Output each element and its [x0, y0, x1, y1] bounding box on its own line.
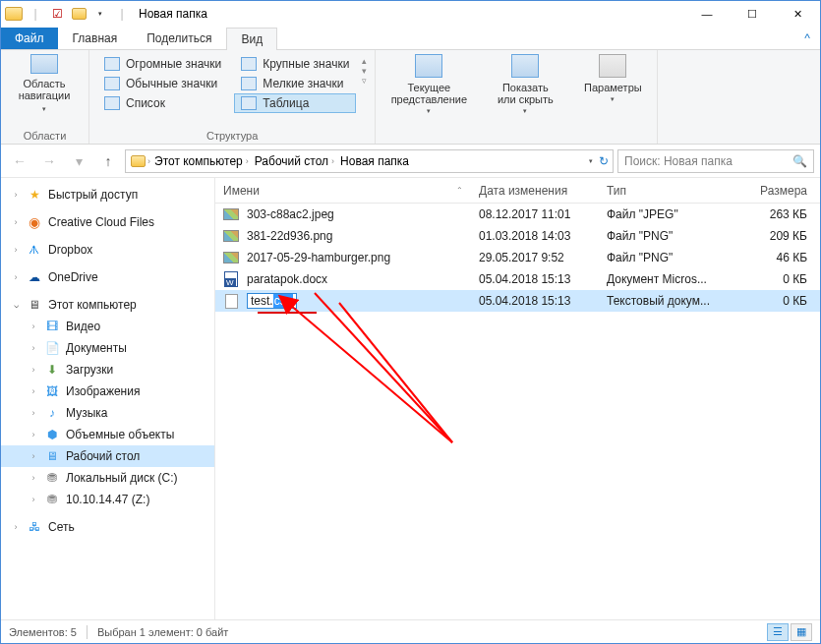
- layout-list-label: Список: [126, 96, 165, 110]
- tree-pictures[interactable]: ›🖼Изображения: [1, 381, 214, 402]
- current-view-icon: [415, 54, 442, 78]
- creative-cloud-icon: ◉: [27, 214, 42, 230]
- file-row[interactable]: 381-22d936.png01.03.2018 14:03Файл "PNG"…: [215, 225, 820, 247]
- tree-network[interactable]: ›🖧Сеть: [1, 516, 214, 538]
- chevron-down-icon: ▾: [427, 107, 431, 115]
- thumbnails-view-toggle[interactable]: ▦: [791, 623, 812, 641]
- address-dropdown-icon[interactable]: ▾: [589, 157, 593, 165]
- scroll-up-icon[interactable]: ▴: [362, 56, 367, 66]
- tab-view[interactable]: Вид: [226, 28, 277, 50]
- tree-documents[interactable]: ›📄Документы: [1, 337, 214, 359]
- list-icon: [104, 96, 120, 110]
- maximize-button[interactable]: ☐: [730, 1, 775, 27]
- file-tab[interactable]: Файл: [1, 28, 58, 49]
- annotation-underline: [258, 312, 317, 314]
- layout-large[interactable]: Крупные значки: [234, 54, 356, 74]
- col-date[interactable]: Дата изменения: [471, 184, 599, 198]
- titlebar: | ☑ ▾ | Новая папка — ☐ ✕: [1, 1, 820, 27]
- qat-separator: |: [27, 5, 44, 23]
- tree-desktop[interactable]: ›🖥Рабочий стол: [1, 445, 214, 467]
- tree-label: Музыка: [66, 406, 107, 420]
- tree-local-disk[interactable]: ›⛃Локальный диск (C:): [1, 467, 214, 489]
- file-size: 263 КБ: [736, 207, 815, 221]
- chevron-down-icon: ▾: [611, 95, 615, 103]
- tree-creative-cloud[interactable]: ›◉Creative Cloud Files: [1, 211, 214, 233]
- qat-properties-icon[interactable]: ☑: [48, 5, 66, 23]
- file-type: Файл "JPEG": [599, 207, 736, 221]
- tree-dropbox[interactable]: ›⩚Dropbox: [1, 239, 214, 261]
- crumb-separator-icon[interactable]: ›: [147, 156, 150, 166]
- layout-huge[interactable]: Огромные значки: [97, 54, 228, 74]
- tree-music[interactable]: ›♪Музыка: [1, 402, 214, 424]
- current-view-button[interactable]: Текущее представление ▾: [383, 54, 474, 115]
- history-dropdown[interactable]: ▾: [66, 148, 91, 174]
- app-icon: [5, 5, 23, 23]
- onedrive-icon: ☁: [27, 269, 42, 285]
- col-name[interactable]: Имени⌃: [215, 184, 471, 198]
- close-button[interactable]: ✕: [775, 1, 820, 27]
- file-row[interactable]: paratapok.docx05.04.2018 15:13Документ M…: [215, 268, 820, 290]
- tab-share[interactable]: Поделиться: [132, 27, 226, 49]
- col-type[interactable]: Тип: [599, 184, 736, 198]
- tree-thispc[interactable]: ⌵🖥Этот компьютер: [1, 294, 214, 316]
- layout-list[interactable]: Список: [97, 93, 228, 113]
- layout-normal[interactable]: Обычные значки: [97, 74, 228, 93]
- file-type: Документ Micros...: [599, 272, 736, 286]
- small-icons-icon: [241, 77, 257, 90]
- tree-downloads[interactable]: ›⬇Загрузки: [1, 359, 214, 381]
- tree-label: Видео: [66, 320, 100, 333]
- options-button[interactable]: Параметры ▾: [576, 54, 649, 115]
- address-bar: ← → ▾ ↑ › Этот компьютер› Рабочий стол› …: [1, 145, 820, 178]
- ribbon-toggle-icon[interactable]: ^: [794, 28, 820, 49]
- drive-icon: ⛃: [44, 470, 60, 486]
- file-row[interactable]: 303-c88ac2.jpeg08.12.2017 11:01Файл "JPE…: [215, 204, 820, 225]
- breadcrumb[interactable]: › Этот компьютер› Рабочий стол› Новая па…: [125, 149, 614, 173]
- rename-input[interactable]: test.csv: [247, 293, 297, 309]
- tree-quick-access[interactable]: ›★Быстрый доступ: [1, 184, 214, 205]
- pc-icon: 🖥: [27, 297, 42, 313]
- show-hide-button[interactable]: Показать или скрыть ▾: [480, 54, 570, 115]
- tab-home[interactable]: Главная: [58, 27, 133, 49]
- layout-small[interactable]: Мелкие значки: [234, 74, 356, 93]
- col-size[interactable]: Размера: [736, 184, 815, 198]
- crumb-label: Рабочий стол: [255, 154, 328, 168]
- navigation-pane-button[interactable]: Область навигации ▾: [9, 54, 80, 113]
- star-icon: ★: [27, 187, 42, 203]
- expand-icon[interactable]: ▿: [362, 76, 367, 86]
- downloads-icon: ⬇: [44, 362, 60, 378]
- qat-newfolder-icon[interactable]: [70, 5, 88, 23]
- up-button[interactable]: ↑: [95, 148, 121, 174]
- current-view-label: Текущее представление: [391, 82, 467, 105]
- file-date: 05.04.2018 15:13: [471, 294, 599, 308]
- tree-network-drive[interactable]: ›⛃10.10.14.47 (Z:): [1, 489, 214, 510]
- tree-onedrive[interactable]: ›☁OneDrive: [1, 266, 214, 288]
- refresh-icon[interactable]: ↻: [599, 154, 609, 168]
- col-name-label: Имени: [223, 184, 260, 198]
- crumb-desktop[interactable]: Рабочий стол›: [253, 154, 336, 168]
- minimize-button[interactable]: —: [684, 1, 730, 27]
- tree-label: Локальный диск (C:): [66, 471, 178, 485]
- layout-table[interactable]: Таблица: [234, 93, 356, 113]
- tree-3dobjects[interactable]: ›⬢Объемные объекты: [1, 424, 214, 445]
- desktop-icon: 🖥: [44, 448, 60, 464]
- scroll-down-icon[interactable]: ▾: [362, 66, 367, 76]
- ribbon-tabs: Файл Главная Поделиться Вид ^: [1, 27, 820, 50]
- details-view-toggle[interactable]: ☰: [767, 623, 789, 641]
- qat-customize-icon[interactable]: ▾: [91, 5, 109, 23]
- search-input[interactable]: Поиск: Новая папка 🔍: [617, 149, 814, 173]
- tree-label: Загрузки: [66, 363, 113, 377]
- forward-button[interactable]: →: [36, 148, 62, 174]
- file-row[interactable]: 2017-05-29-hamburger.png29.05.2017 9:52Ф…: [215, 247, 820, 268]
- tree-label: Рабочий стол: [66, 449, 140, 463]
- status-count: Элементов: 5: [9, 626, 77, 638]
- folder-icon: [130, 153, 146, 169]
- tree-video[interactable]: ›🎞Видео: [1, 316, 214, 337]
- crumb-folder[interactable]: Новая папка: [338, 154, 411, 168]
- search-placeholder: Поиск: Новая папка: [624, 154, 733, 168]
- status-bar: Элементов: 5 Выбран 1 элемент: 0 байт ☰ …: [1, 619, 820, 643]
- navigation-tree: ›★Быстрый доступ ›◉Creative Cloud Files …: [1, 178, 215, 619]
- back-button[interactable]: ←: [7, 148, 32, 174]
- ribbon: Область навигации ▾ Области Огромные зна…: [1, 50, 820, 145]
- crumb-thispc[interactable]: Этот компьютер›: [152, 154, 251, 168]
- file-row-renaming[interactable]: test.csv05.04.2018 15:13Текстовый докум.…: [215, 290, 820, 312]
